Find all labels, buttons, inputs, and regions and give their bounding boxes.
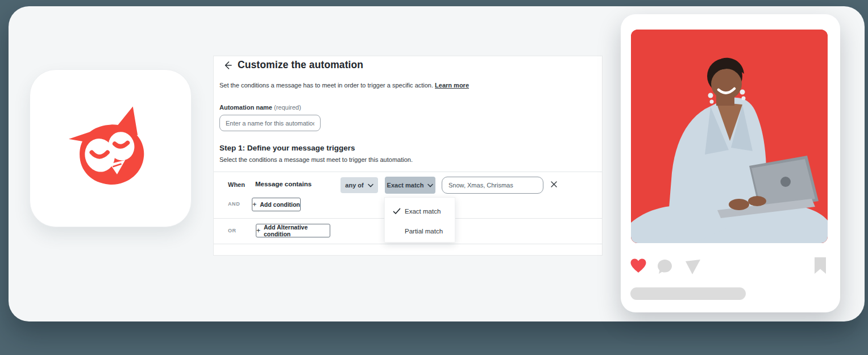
learn-more-link[interactable]: Learn more bbox=[435, 82, 469, 89]
plus-icon: + bbox=[256, 227, 260, 235]
step-heading: Step 1: Define your message triggers bbox=[219, 144, 355, 152]
dropdown-item-partial-match[interactable]: Partial match bbox=[385, 222, 455, 241]
logo-card bbox=[30, 69, 192, 227]
step-subheading: Select the conditions a message must mee… bbox=[219, 156, 413, 163]
add-alternative-condition-button[interactable]: + Add Alternative condition bbox=[256, 224, 330, 237]
when-label: When bbox=[228, 181, 245, 188]
comment-icon[interactable] bbox=[657, 259, 672, 274]
plus-icon: + bbox=[252, 201, 256, 208]
dropdown-item-exact-match[interactable]: Exact match bbox=[385, 202, 455, 221]
page-subtitle: Set the conditions a message has to meet… bbox=[219, 82, 469, 89]
chevron-down-icon bbox=[427, 182, 433, 189]
chevron-down-icon bbox=[368, 182, 373, 189]
automation-form-panel: Customize the automation Set the conditi… bbox=[213, 56, 603, 256]
match-type-select[interactable]: Exact match bbox=[385, 177, 435, 194]
quantifier-select[interactable]: any of bbox=[340, 177, 378, 193]
section-divider bbox=[214, 172, 602, 172]
add-condition-button[interactable]: + Add condition bbox=[252, 198, 301, 211]
match-type-dropdown: Exact match Partial match bbox=[384, 197, 455, 243]
bookmark-icon[interactable] bbox=[814, 257, 827, 274]
post-photo bbox=[631, 30, 828, 243]
share-icon[interactable] bbox=[685, 259, 701, 275]
page-title: Customize the automation bbox=[238, 59, 363, 71]
row-divider bbox=[214, 244, 602, 244]
caption-placeholder-bar bbox=[630, 287, 746, 300]
automation-name-input[interactable] bbox=[219, 115, 321, 131]
social-post-card bbox=[621, 14, 840, 312]
and-label: AND bbox=[228, 201, 240, 207]
keywords-input[interactable] bbox=[442, 177, 543, 194]
or-label: OR bbox=[228, 228, 236, 233]
hootsuite-owl-icon bbox=[63, 102, 159, 195]
automation-name-label: Automation name (required) bbox=[219, 104, 301, 111]
promo-stage: Customize the automation Set the conditi… bbox=[0, 0, 868, 355]
remove-condition-icon[interactable] bbox=[550, 180, 559, 189]
check-icon bbox=[393, 208, 401, 215]
back-arrow-icon[interactable] bbox=[222, 60, 234, 72]
condition-field-label: Message contains bbox=[255, 181, 312, 187]
heart-icon[interactable] bbox=[630, 258, 647, 274]
